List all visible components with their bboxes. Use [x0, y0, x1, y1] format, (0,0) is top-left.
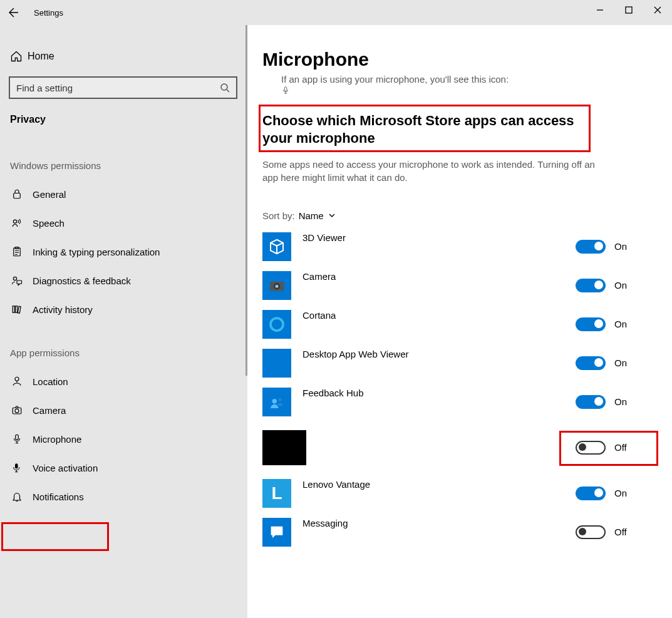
- svg-point-26: [272, 399, 277, 404]
- toggle-state-label: On: [614, 488, 627, 498]
- nav-group-label: Windows permissions: [0, 136, 247, 180]
- app-row: CameraOn: [262, 266, 657, 305]
- app-row: Desktop App Web ViewerOn: [262, 344, 657, 383]
- app-name: 3D Viewer: [302, 232, 564, 243]
- camera-icon: [10, 404, 24, 416]
- sidebar-item-label: Speech: [33, 218, 237, 229]
- sidebar-item-speech[interactable]: Speech: [0, 209, 247, 237]
- svg-rect-15: [18, 306, 21, 313]
- app-icon: [262, 518, 291, 547]
- app-name: Cortana: [302, 310, 564, 321]
- home-label: Home: [28, 51, 54, 62]
- sidebar-item-label: General: [33, 189, 237, 200]
- app-row: CortanaOn: [262, 305, 657, 344]
- microphone-indicator-icon: [281, 86, 657, 95]
- page-title: Microphone: [262, 49, 657, 70]
- sidebar-item-voice-activation[interactable]: Voice activation: [0, 453, 247, 482]
- app-toggle-group: Off: [576, 441, 657, 455]
- svg-line-3: [227, 90, 229, 92]
- history-icon: [10, 304, 24, 315]
- chevron-down-icon: [328, 211, 336, 220]
- toggle[interactable]: [576, 356, 606, 370]
- sidebar-item-label: Diagnostics & feedback: [33, 276, 237, 286]
- sidebar-item-activity-history[interactable]: Activity history: [0, 295, 247, 324]
- app-toggle-group: On: [576, 395, 657, 409]
- titlebar: Settings: [0, 0, 672, 25]
- sidebar-item-notifications[interactable]: Notifications: [0, 482, 247, 511]
- app-row: LLenovo VantageOn: [262, 474, 657, 513]
- toggle-state-label: On: [614, 319, 627, 329]
- app-toggle-group: On: [576, 279, 657, 292]
- svg-rect-12: [17, 281, 22, 284]
- toggle[interactable]: [576, 395, 606, 409]
- svg-point-24: [276, 284, 279, 287]
- toggle[interactable]: [576, 279, 606, 292]
- app-toggle-group: On: [576, 240, 657, 254]
- section-heading: Choose which Microsoft Store apps can ac…: [262, 112, 601, 148]
- minimize-button[interactable]: [586, 0, 614, 20]
- window-title: Settings: [34, 8, 63, 18]
- toggle[interactable]: [576, 317, 606, 331]
- svg-rect-21: [284, 86, 287, 90]
- svg-rect-19: [16, 435, 19, 440]
- svg-rect-14: [16, 306, 18, 313]
- highlight-box-microphone: [1, 522, 109, 551]
- sidebar-item-label: Notifications: [33, 492, 237, 502]
- search-icon: [220, 83, 230, 93]
- maximize-button[interactable]: [614, 0, 643, 20]
- microphone-icon: [10, 433, 24, 445]
- current-section-label: Privacy: [0, 108, 247, 136]
- app-name: Lenovo Vantage: [302, 479, 564, 490]
- sidebar-item-inking-typing-personalization[interactable]: Inking & typing personalization: [0, 237, 247, 266]
- location-icon: [10, 376, 24, 387]
- toggle-state-label: Off: [614, 442, 627, 453]
- home-button[interactable]: Home: [0, 43, 247, 70]
- svg-point-27: [279, 398, 282, 401]
- search-input[interactable]: [16, 83, 220, 93]
- toggle[interactable]: [576, 487, 606, 500]
- toggle[interactable]: [576, 525, 606, 539]
- toggle-state-label: On: [614, 280, 627, 291]
- sidebar-item-label: Camera: [33, 405, 237, 416]
- back-button[interactable]: [0, 0, 28, 25]
- app-name: Messaging: [302, 518, 564, 528]
- app-icon: [262, 388, 291, 416]
- app-toggle-group: On: [576, 356, 657, 370]
- feedback-icon: [10, 275, 24, 286]
- app-row: MessagingOff: [262, 513, 657, 552]
- app-name: Camera: [302, 271, 564, 282]
- app-toggle-group: On: [576, 317, 657, 331]
- svg-rect-4: [14, 193, 21, 198]
- sidebar-item-general[interactable]: General: [0, 180, 247, 209]
- sidebar-item-camera[interactable]: Camera: [0, 396, 247, 425]
- sidebar-item-label: Location: [33, 376, 237, 387]
- toggle-state-label: On: [614, 396, 627, 407]
- sidebar-item-location[interactable]: Location: [0, 367, 247, 396]
- svg-point-18: [15, 409, 19, 413]
- app-icon: L: [262, 479, 291, 508]
- app-toggle-group: Off: [576, 525, 657, 539]
- toggle[interactable]: [576, 441, 606, 455]
- voice-icon: [10, 462, 24, 473]
- sort-value: Name: [299, 210, 324, 221]
- sidebar: Home Privacy Windows permissionsGeneralS…: [0, 25, 247, 618]
- toggle-state-label: On: [614, 358, 627, 368]
- app-icon: [262, 430, 306, 465]
- svg-point-2: [221, 84, 227, 90]
- bell-icon: [10, 491, 24, 502]
- app-row: Feedback HubOn: [262, 383, 657, 421]
- search-input-container[interactable]: [9, 76, 237, 99]
- toggle[interactable]: [576, 240, 606, 254]
- app-row: Off: [262, 421, 657, 474]
- app-name: Feedback Hub: [302, 388, 564, 398]
- app-icon: [262, 271, 291, 300]
- svg-point-5: [13, 220, 16, 223]
- sort-by-dropdown[interactable]: Sort by: Name: [262, 210, 657, 221]
- svg-point-25: [271, 318, 283, 331]
- app-row: 3D ViewerOn: [262, 227, 657, 266]
- sidebar-item-label: Activity history: [33, 304, 237, 315]
- close-button[interactable]: [643, 0, 672, 20]
- sidebar-item-label: Inking & typing personalization: [33, 247, 237, 257]
- sidebar-item-microphone[interactable]: Microphone: [0, 425, 247, 453]
- sidebar-item-diagnostics-feedback[interactable]: Diagnostics & feedback: [0, 266, 247, 295]
